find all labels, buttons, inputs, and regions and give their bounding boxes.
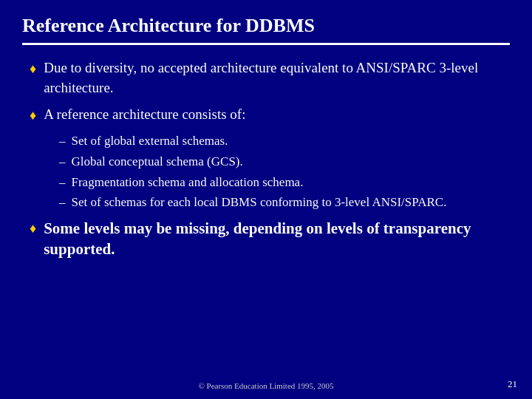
sub-bullet-list: – Set of global external schemas. – Glob…	[59, 132, 502, 212]
sub-bullet-text-3: Fragmentation schema and allocation sche…	[72, 174, 304, 192]
dash-icon-3: –	[59, 174, 66, 192]
bullet-item-1: ♦ Due to diversity, no accepted architec…	[30, 58, 502, 98]
dash-icon-4: –	[59, 194, 66, 212]
title-bar: Reference Architecture for DDBMS	[22, 15, 510, 45]
diamond-icon-2: ♦	[30, 106, 36, 125]
slide-footer: © Pearson Education Limited 1995, 2005	[0, 381, 532, 390]
bullet-text-1: Due to diversity, no accepted architectu…	[44, 58, 502, 98]
sub-bullet-text-1: Set of global external schemas.	[72, 132, 228, 151]
dash-icon-2: –	[59, 153, 66, 171]
diamond-icon-3: ♦	[30, 219, 36, 238]
bullet-text-3: Some levels may be missing, depending on…	[44, 218, 502, 260]
sub-bullet-text-2: Global conceptual schema (GCS).	[72, 153, 243, 171]
bullet-item-3: ♦ Some levels may be missing, depending …	[30, 218, 502, 260]
sub-bullet-text-4: Set of schemas for each local DBMS confo…	[72, 194, 447, 212]
slide-title: Reference Architecture for DDBMS	[22, 15, 315, 36]
dash-icon-1: –	[59, 132, 66, 151]
slide: Reference Architecture for DDBMS ♦ Due t…	[0, 0, 532, 399]
diamond-icon-1: ♦	[30, 60, 36, 78]
slide-content: ♦ Due to diversity, no accepted architec…	[22, 58, 510, 260]
sub-bullet-item-3: – Fragmentation schema and allocation sc…	[59, 174, 502, 192]
page-number: 21	[508, 378, 517, 390]
bullet-item-2: ♦ A reference architecture consists of:	[30, 105, 502, 125]
sub-bullet-item-1: – Set of global external schemas.	[59, 132, 502, 151]
bullet-text-2: A reference architecture consists of:	[44, 105, 502, 125]
sub-bullet-item-4: – Set of schemas for each local DBMS con…	[59, 194, 502, 212]
footer-text: © Pearson Education Limited 1995, 2005	[198, 381, 333, 390]
sub-bullet-item-2: – Global conceptual schema (GCS).	[59, 153, 502, 171]
